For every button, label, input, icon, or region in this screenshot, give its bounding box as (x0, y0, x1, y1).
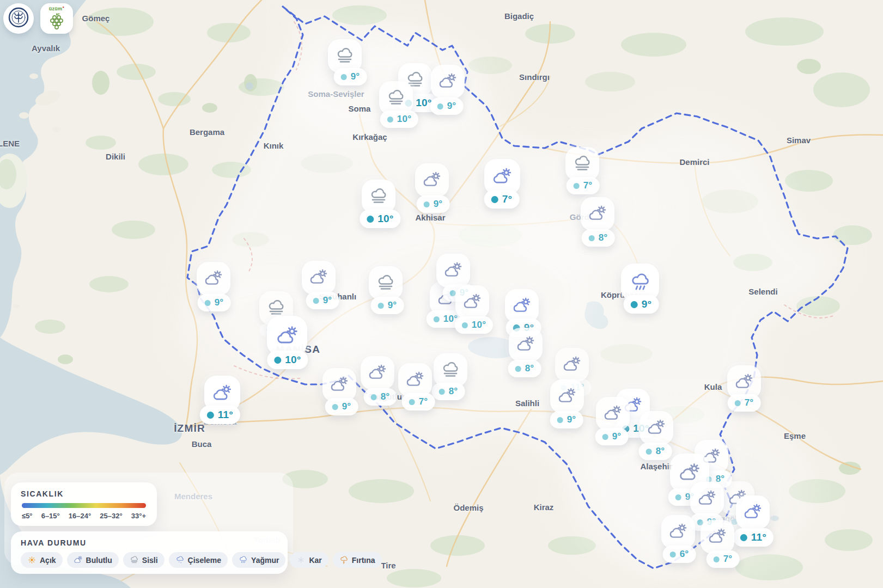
temperature-dot (515, 366, 521, 372)
weather-legend-title: HAVA DURUMU (21, 538, 278, 547)
temperature-pill[interactable]: 9° (334, 68, 367, 85)
temperature-dot (646, 449, 652, 455)
temperature-tick: 16–24° (69, 512, 91, 520)
weather-marker-card[interactable] (398, 363, 432, 397)
temperature-pill[interactable]: 11° (733, 528, 774, 547)
temperature-pill[interactable]: 9° (371, 297, 404, 314)
weather-marker-card[interactable] (436, 254, 470, 287)
temperature-pill[interactable]: 8° (364, 388, 397, 406)
weather-filter-ya-mur[interactable]: Yağmur (232, 552, 285, 568)
weather-marker-card[interactable] (701, 520, 734, 554)
weather-marker-card[interactable] (505, 289, 539, 323)
weather-filter-sisli[interactable]: Sisli (123, 552, 165, 568)
weather-marker-card[interactable] (509, 328, 543, 362)
grape-icon (47, 11, 66, 32)
temperature-pill[interactable]: 9° (198, 294, 231, 311)
temperature-pill[interactable]: 10° (455, 316, 493, 334)
partly-sunny-icon (438, 72, 458, 91)
weather-marker-card[interactable] (267, 316, 307, 356)
weather-marker-card[interactable] (736, 495, 770, 529)
temperature-pill[interactable]: 8° (639, 443, 672, 460)
fog-icon (130, 555, 139, 565)
temperature-pill[interactable]: 7° (728, 394, 761, 412)
temperature-value: 6° (680, 549, 689, 560)
weather-filter-bulutlu[interactable]: Bulutlu (67, 552, 119, 568)
temperature-pill[interactable]: 9° (306, 292, 339, 309)
temperature-dot (434, 316, 440, 322)
temperature-dot (387, 117, 393, 122)
weather-filter-label: Fırtına (352, 556, 375, 565)
uzum-logo-button[interactable]: üzüm● (40, 3, 73, 34)
partly-sunny-icon (405, 370, 425, 390)
partly-sunny-icon (562, 355, 582, 375)
weather-marker-card[interactable] (302, 261, 336, 295)
temperature-pill[interactable]: 8° (582, 229, 615, 247)
temperature-value: 7° (583, 180, 593, 191)
temperature-pill[interactable]: 11° (200, 406, 240, 424)
partly-sunny-icon (462, 292, 482, 312)
temperature-dot (670, 552, 676, 558)
weather-marker-card[interactable] (661, 515, 695, 549)
weather-marker-card[interactable] (550, 379, 584, 413)
weather-marker-card[interactable] (322, 368, 356, 402)
temperature-pill[interactable]: 9° (430, 97, 464, 115)
weather-filter-iseleme[interactable]: Çiseleme (169, 552, 228, 568)
partly-sunny-icon (330, 375, 349, 395)
temperature-pill[interactable]: 9° (550, 411, 583, 428)
weather-marker-card[interactable] (596, 397, 630, 431)
weather-marker-card[interactable] (361, 356, 394, 390)
weather-marker-card[interactable] (581, 197, 614, 231)
weather-marker-card[interactable] (431, 65, 465, 99)
weather-marker-card[interactable] (565, 147, 599, 181)
temperature-pill[interactable]: 10° (267, 351, 308, 369)
weather-marker-card[interactable] (690, 482, 724, 516)
temperature-pill[interactable]: 6° (663, 546, 696, 563)
temperature-pill[interactable]: 7° (484, 190, 520, 209)
temperature-value: 7° (419, 396, 428, 407)
weather-marker-card[interactable] (434, 353, 467, 387)
rain-icon (629, 272, 651, 294)
temperature-dot (409, 399, 415, 405)
weather-filter-f-rt-na[interactable]: Fırtına (333, 552, 382, 568)
temperature-pill[interactable]: 9° (417, 195, 450, 213)
weather-filter-label: Açık (40, 556, 56, 565)
weather-marker-card[interactable] (640, 411, 673, 445)
weather-filter-a-k[interactable]: Açık (21, 552, 63, 568)
temperature-legend-card: SICAKLIK ≤5°6–15°16–24°25–32°33°+ (11, 482, 157, 526)
temperature-pill[interactable]: 9° (595, 428, 629, 445)
fog-icon (335, 46, 355, 66)
temperature-pill[interactable]: 8° (432, 383, 465, 400)
temperature-pill[interactable]: 9° (325, 398, 358, 415)
temperature-pill[interactable]: 10° (360, 210, 400, 228)
partly-sunny-icon (276, 324, 299, 348)
temperature-value: 9° (351, 71, 360, 82)
ministry-emblem-icon (7, 6, 30, 31)
temperature-pill[interactable]: 10° (380, 111, 418, 128)
temperature-tick: 25–32° (100, 512, 122, 520)
temperature-value: 10° (377, 213, 393, 225)
weather-marker-card[interactable] (379, 81, 413, 115)
weather-marker-card[interactable] (362, 180, 395, 213)
weather-marker-card[interactable] (197, 262, 230, 296)
partly-sunny-icon (647, 418, 666, 438)
weather-marker-card[interactable] (369, 266, 403, 300)
temperature-dot (378, 303, 384, 309)
temperature-dot (341, 74, 347, 80)
weather-marker-card[interactable] (555, 348, 589, 382)
temperature-pill[interactable]: 7° (707, 550, 740, 568)
partly-sunny-icon (516, 335, 535, 354)
temperature-pill[interactable]: 7° (402, 393, 435, 411)
temperature-value: 9° (642, 298, 652, 310)
temperature-pill[interactable]: 9° (624, 295, 659, 314)
weather-filter-kar[interactable]: Kar (290, 552, 328, 568)
temperature-pill[interactable]: 7° (567, 177, 600, 194)
temperature-tick: 6–15° (41, 512, 60, 520)
weather-marker-card[interactable] (455, 285, 489, 319)
temperature-gradient-bar (22, 503, 146, 508)
partly-sunny-icon (309, 268, 328, 287)
temperature-dot (557, 417, 563, 423)
weather-map-app: GömeçAyvalıkILENEDikiliBergamaKınıkBigad… (0, 0, 883, 588)
ministry-logo-button[interactable] (3, 3, 34, 34)
temperature-pill[interactable]: 8° (508, 360, 541, 377)
weather-marker-card[interactable] (415, 163, 449, 197)
